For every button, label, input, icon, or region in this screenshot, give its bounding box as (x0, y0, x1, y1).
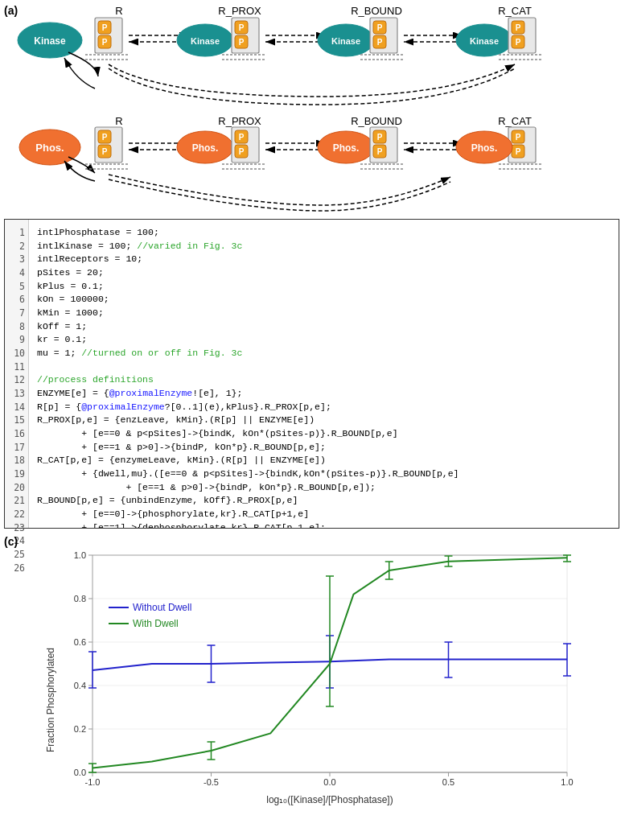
chart-area: 0.0 0.2 0.4 0.6 0.8 1.0 -1.0 -0.5 0.0 0.… (44, 547, 591, 821)
svg-text:P: P (239, 38, 245, 47)
x-axis-label: log₁₀([Kinase]/[Phosphatase]) (266, 794, 393, 805)
svg-text:R: R (115, 5, 122, 17)
panel-c-label: (c) (4, 535, 18, 548)
svg-text:Kinase: Kinase (191, 36, 220, 46)
svg-text:P: P (377, 38, 383, 47)
svg-text:R: R (115, 115, 122, 127)
svg-text:(a): (a) (4, 4, 18, 17)
svg-text:Phos.: Phos. (35, 142, 64, 154)
svg-text:1.0: 1.0 (74, 550, 86, 560)
svg-text:P: P (239, 133, 245, 142)
svg-text:Phos.: Phos. (333, 142, 360, 154)
svg-text:P: P (516, 23, 521, 32)
svg-text:R_BOUND: R_BOUND (351, 115, 402, 127)
svg-text:R_PROX: R_PROX (218, 5, 261, 17)
svg-text:-0.5: -0.5 (204, 777, 219, 787)
legend-without-dwell: Without Dwell (133, 602, 191, 613)
svg-text:0.6: 0.6 (74, 637, 86, 647)
svg-text:P: P (516, 38, 521, 47)
svg-text:0.0: 0.0 (323, 777, 335, 787)
svg-text:P: P (377, 147, 383, 156)
y-axis-label: Fraction Phosphorylated (45, 648, 56, 752)
svg-text:Kinase: Kinase (470, 36, 499, 46)
svg-text:-1.0: -1.0 (85, 777, 101, 787)
panel-a-diagram: (a) Kinase R P P R_PROX Kinase (0, 0, 615, 213)
svg-text:0.4: 0.4 (74, 681, 86, 690)
svg-text:P: P (239, 147, 245, 156)
line-numbers: 1234567891011121314151617181920212223242… (5, 220, 29, 528)
main-container: (a) Kinase R P P R_PROX Kinase (0, 0, 625, 840)
code-area: 1234567891011121314151617181920212223242… (4, 219, 619, 529)
svg-text:P: P (516, 147, 521, 156)
svg-text:P: P (102, 23, 108, 32)
svg-text:0.2: 0.2 (74, 724, 86, 734)
svg-text:R_PROX: R_PROX (218, 115, 261, 127)
svg-text:R_BOUND: R_BOUND (351, 5, 402, 17)
svg-text:P: P (102, 133, 108, 142)
svg-text:P: P (377, 133, 383, 142)
svg-text:Phos.: Phos. (471, 142, 498, 154)
svg-text:Kinase: Kinase (331, 36, 360, 46)
svg-text:P: P (377, 23, 383, 32)
svg-text:P: P (239, 23, 245, 32)
svg-text:0.0: 0.0 (74, 768, 86, 777)
svg-text:R_CAT: R_CAT (498, 5, 532, 17)
code-text: intlPhosphatase = 100; intlKinase = 100;… (29, 220, 619, 528)
legend-with-dwell: With Dwell (133, 618, 179, 629)
svg-text:P: P (516, 133, 521, 142)
svg-text:0.5: 0.5 (442, 777, 454, 787)
svg-text:P: P (102, 147, 108, 156)
svg-text:Phos.: Phos. (192, 142, 219, 154)
svg-text:1.0: 1.0 (561, 777, 573, 787)
svg-text:Kinase: Kinase (34, 35, 66, 47)
svg-text:R_CAT: R_CAT (498, 115, 532, 127)
chart-svg: 0.0 0.2 0.4 0.6 0.8 1.0 -1.0 -0.5 0.0 0.… (44, 547, 607, 821)
svg-text:P: P (102, 38, 108, 47)
svg-text:0.8: 0.8 (74, 594, 86, 603)
